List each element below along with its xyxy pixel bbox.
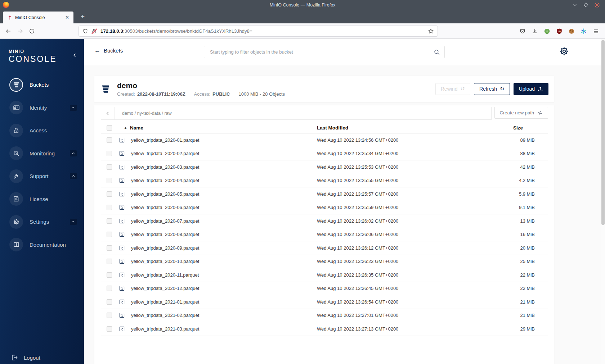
table-row[interactable]: yellow_tripdata_2020-05.parquet Wed Aug …	[101, 187, 548, 201]
sidebar-item-settings[interactable]: Settings	[0, 210, 84, 233]
table-row[interactable]: yellow_tripdata_2020-10.parquet Wed Aug …	[101, 255, 548, 269]
table-row[interactable]: yellow_tripdata_2020-08.parquet Wed Aug …	[101, 228, 548, 242]
sidebar-collapse-icon[interactable]	[72, 53, 77, 58]
downloads-icon[interactable]	[532, 28, 538, 35]
new-tab-button[interactable]: +	[79, 13, 87, 21]
insecure-lock-icon[interactable]	[91, 28, 97, 34]
table-row[interactable]: yellow_tripdata_2021-03.parquet Wed Aug …	[101, 322, 548, 336]
settings-gear-icon[interactable]	[559, 46, 569, 56]
row-checkbox[interactable]	[107, 205, 112, 210]
object-browser-topbar: ← Buckets	[84, 39, 605, 65]
privacy-badger-icon[interactable]	[544, 28, 550, 35]
pocket-icon[interactable]	[519, 28, 526, 35]
object-name: yellow_tripdata_2020-12.parquet	[129, 286, 317, 291]
table-row[interactable]: yellow_tripdata_2020-03.parquet Wed Aug …	[101, 160, 548, 174]
row-checkbox[interactable]	[107, 326, 112, 332]
create-new-path-button[interactable]: Create new path	[494, 107, 548, 119]
close-window-icon[interactable]	[594, 2, 600, 8]
table-row[interactable]: yellow_tripdata_2020-07.parquet Wed Aug …	[101, 214, 548, 228]
rewind-button[interactable]: Rewind ↺	[435, 83, 470, 95]
row-checkbox[interactable]	[107, 151, 112, 156]
object-size: 20 MiB	[513, 245, 548, 251]
object-last-modified: Wed Aug 10 2022 13:27:01 GMT+0200	[317, 313, 513, 318]
logo-io: IO	[18, 49, 24, 54]
cookie-extension-icon[interactable]	[568, 28, 575, 35]
sidebar-item-monitoring[interactable]: Monitoring	[0, 142, 84, 165]
object-file-icon	[119, 285, 129, 291]
row-checkbox[interactable]	[107, 178, 112, 183]
tab-title: MinIO Console	[15, 15, 64, 20]
page-scrollbar[interactable]	[601, 39, 605, 364]
back-icon[interactable]	[5, 28, 12, 35]
row-checkbox[interactable]	[107, 299, 112, 305]
table-row[interactable]: yellow_tripdata_2020-04.parquet Wed Aug …	[101, 174, 548, 188]
column-header-last-modified[interactable]: Last Modified	[317, 125, 513, 131]
table-row[interactable]: yellow_tripdata_2020-09.parquet Wed Aug …	[101, 241, 548, 255]
select-all-checkbox[interactable]	[107, 125, 112, 131]
chevron-up-icon[interactable]	[70, 150, 77, 156]
url-text[interactable]: 172.18.0.3:30503/buckets/demo/browse/bnk…	[100, 28, 428, 34]
object-name: yellow_tripdata_2020-08.parquet	[129, 232, 317, 237]
object-file-icon	[119, 164, 129, 170]
logout-label: Logout	[24, 355, 40, 361]
upload-button[interactable]: Upload	[514, 83, 548, 95]
sidebar-item-access[interactable]: Access	[0, 119, 84, 142]
sidebar-item-logout[interactable]: Logout	[11, 354, 40, 361]
reload-icon[interactable]	[29, 28, 35, 34]
bookmark-star-icon[interactable]	[428, 28, 434, 34]
row-checkbox[interactable]	[107, 232, 112, 237]
table-row[interactable]: yellow_tripdata_2020-06.parquet Wed Aug …	[101, 201, 548, 215]
search-input[interactable]	[204, 49, 434, 55]
row-checkbox[interactable]	[107, 286, 112, 291]
object-last-modified: Wed Aug 10 2022 13:25:34 GMT+0200	[317, 151, 513, 156]
row-checkbox[interactable]	[107, 272, 112, 278]
maximize-icon[interactable]	[583, 3, 588, 7]
sidebar-item-identity[interactable]: Identity	[0, 96, 84, 119]
row-checkbox[interactable]	[107, 259, 112, 264]
ublock-icon[interactable]: UO	[556, 28, 563, 35]
sidebar-item-support[interactable]: Support	[0, 165, 84, 188]
row-checkbox[interactable]	[107, 137, 112, 143]
scrollbar-thumb[interactable]	[601, 40, 605, 225]
object-last-modified: Wed Aug 10 2022 13:25:57 GMT+0200	[317, 191, 513, 197]
table-row[interactable]: yellow_tripdata_2020-02.parquet Wed Aug …	[101, 147, 548, 161]
minimize-icon[interactable]	[573, 3, 577, 7]
table-row[interactable]: yellow_tripdata_2021-01.parquet Wed Aug …	[101, 295, 548, 309]
column-header-name[interactable]: ▲ Name	[119, 125, 317, 131]
sidebar-item-license[interactable]: License	[0, 188, 84, 211]
table-row[interactable]: yellow_tripdata_2021-02.parquet Wed Aug …	[101, 309, 548, 323]
sidebar-item-documentation[interactable]: Documentation	[0, 233, 84, 256]
url-bar[interactable]: 172.18.0.3:30503/buckets/demo/browse/bnk…	[79, 26, 438, 37]
row-checkbox[interactable]	[107, 164, 112, 170]
column-header-size[interactable]: Size	[513, 125, 550, 131]
chevron-up-icon[interactable]	[70, 105, 77, 111]
object-file-icon	[119, 245, 129, 251]
object-file-icon	[119, 326, 129, 332]
object-name: yellow_tripdata_2020-11.parquet	[129, 272, 317, 278]
back-to-buckets-link[interactable]: ← Buckets	[94, 47, 123, 54]
rewind-icon: ↺	[460, 86, 465, 92]
row-checkbox[interactable]	[107, 245, 112, 251]
tracking-shield-icon[interactable]	[82, 28, 88, 34]
row-checkbox[interactable]	[107, 313, 112, 318]
object-last-modified: Wed Aug 10 2022 13:25:59 GMT+0200	[317, 205, 513, 210]
close-tab-icon[interactable]: ✕	[64, 14, 71, 21]
tab-minio-console[interactable]: MinIO Console ✕	[3, 12, 73, 23]
menu-hamburger-icon[interactable]	[593, 28, 599, 35]
chevron-up-icon[interactable]	[70, 173, 77, 179]
table-row[interactable]: yellow_tripdata_2020-12.parquet Wed Aug …	[101, 282, 548, 296]
refresh-button[interactable]: Refresh ↻	[474, 83, 510, 95]
path-back-chevron-icon[interactable]	[101, 107, 115, 119]
row-checkbox[interactable]	[107, 218, 112, 224]
chevron-up-icon[interactable]	[70, 219, 77, 225]
table-row[interactable]: yellow_tripdata_2020-01.parquet Wed Aug …	[101, 133, 548, 147]
sidebar-item-buckets[interactable]: Buckets	[0, 73, 84, 96]
object-name: yellow_tripdata_2020-02.parquet	[129, 151, 317, 156]
container-asterisk-icon[interactable]	[581, 28, 587, 35]
support-icon	[13, 173, 19, 179]
object-size: 13 MiB	[513, 218, 548, 224]
row-checkbox[interactable]	[107, 191, 112, 197]
forward-icon[interactable]	[17, 28, 24, 35]
table-row[interactable]: yellow_tripdata_2020-11.parquet Wed Aug …	[101, 268, 548, 282]
identity-icon	[13, 104, 20, 111]
